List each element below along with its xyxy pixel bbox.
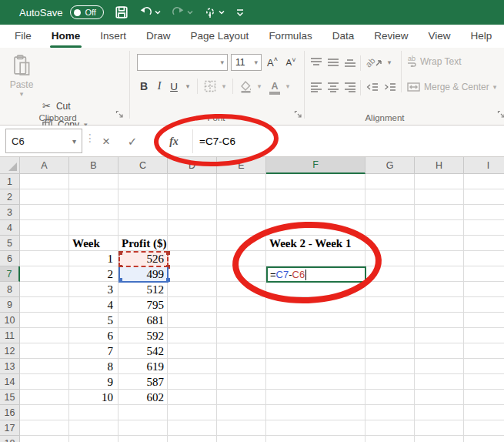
row-header-1[interactable]: 1 (0, 174, 20, 189)
insert-function-button[interactable]: fx (163, 126, 185, 157)
tab-draw[interactable]: Draw (136, 25, 181, 48)
tab-review[interactable]: Review (364, 25, 418, 48)
clipboard-dialog-launcher[interactable] (115, 109, 124, 121)
cell-B11-week[interactable]: 6 (69, 328, 117, 343)
italic-button[interactable]: I (153, 77, 165, 95)
font-dialog-launcher[interactable] (294, 109, 302, 121)
cell-B10-week[interactable]: 5 (69, 313, 117, 328)
cell-C5-profit-header[interactable]: Profit ($) (118, 236, 175, 251)
cancel-button[interactable]: × (95, 126, 117, 157)
row-header-9[interactable]: 9 (0, 297, 20, 313)
cell-B13-week[interactable]: 8 (69, 359, 117, 374)
formula-bar-splitter-icon[interactable]: ⋮ (85, 132, 95, 144)
cell-C9-profit[interactable]: 795 (118, 297, 168, 313)
tab-insert[interactable]: Insert (90, 25, 136, 48)
cell-B12-week[interactable]: 7 (69, 343, 117, 359)
cell-B8-week[interactable]: 3 (69, 282, 117, 297)
font-name-combobox[interactable]: ▾ (137, 54, 228, 71)
tab-home[interactable]: Home (42, 25, 91, 48)
cell-B14-week[interactable]: 9 (69, 374, 117, 390)
align-center-button[interactable] (325, 79, 341, 95)
row-header-4[interactable]: 4 (0, 220, 20, 236)
font-size-dropdown-icon[interactable]: ▾ (254, 59, 258, 66)
row-header-8[interactable]: 8 (0, 282, 20, 297)
align-right-button[interactable] (342, 79, 358, 95)
undo-dropdown-icon[interactable] (155, 10, 161, 15)
cell-C8-profit[interactable]: 512 (118, 282, 168, 297)
font-color-dropdown-icon[interactable]: ▾ (283, 77, 292, 95)
cell-C6-profit[interactable]: 526 (118, 251, 168, 266)
tab-help[interactable]: Help (460, 25, 502, 48)
name-box-dropdown-icon[interactable]: ▾ (72, 137, 76, 146)
cell-B9-week[interactable]: 4 (69, 297, 117, 313)
align-middle-button[interactable] (325, 54, 341, 71)
fill-color-dropdown-icon[interactable]: ▾ (255, 77, 264, 95)
alignment-dialog-launcher[interactable] (497, 109, 504, 121)
underline-dropdown-icon[interactable]: ▾ (183, 77, 192, 95)
tab-view[interactable]: View (418, 25, 460, 48)
cut-item[interactable]: ✂ Cut (42, 100, 71, 112)
tab-formulas[interactable]: Formulas (259, 25, 322, 48)
row-header-3[interactable]: 3 (0, 205, 20, 220)
underline-button[interactable]: U (168, 77, 180, 95)
customize-quick-access-button[interactable] (235, 8, 245, 17)
row-header-13[interactable]: 13 (0, 359, 20, 374)
autosave-toggle[interactable]: Off (70, 5, 103, 19)
font-size-combobox[interactable]: 11 ▾ (231, 54, 262, 71)
orientation-dropdown-icon[interactable]: ▾ (385, 54, 394, 71)
decrease-font-size-button[interactable]: A ˅ (283, 54, 299, 71)
borders-dropdown-icon[interactable]: ▾ (219, 77, 229, 95)
touch-mode-button[interactable] (204, 6, 225, 19)
row-header-6[interactable]: 6 (0, 251, 20, 266)
align-left-button[interactable] (309, 79, 324, 95)
fill-color-button[interactable] (237, 77, 254, 95)
row-header-15[interactable]: 15 (0, 390, 20, 405)
row-header-2[interactable]: 2 (0, 189, 20, 205)
column-header-G[interactable]: G (365, 157, 415, 174)
column-header-B[interactable]: B (69, 157, 118, 174)
cell-C13-profit[interactable]: 619 (118, 359, 168, 374)
row-header-16[interactable]: 16 (0, 405, 20, 420)
tab-file[interactable]: File (5, 25, 42, 48)
cell-C12-profit[interactable]: 542 (118, 343, 168, 359)
tab-data[interactable]: Data (322, 25, 365, 48)
row-header-14[interactable]: 14 (0, 374, 20, 390)
row-header-17[interactable]: 17 (0, 420, 20, 436)
cell-C14-profit[interactable]: 587 (118, 374, 168, 390)
orientation-button[interactable]: ab (365, 54, 383, 71)
row-header-7[interactable]: 7 (0, 266, 20, 282)
row-header-5[interactable]: 5 (0, 236, 20, 251)
increase-indent-button[interactable] (382, 79, 398, 95)
fill-handle[interactable] (364, 280, 368, 284)
cell-C15-profit[interactable]: 602 (118, 390, 168, 405)
tab-page-layout[interactable]: Page Layout (181, 25, 259, 48)
column-header-H[interactable]: H (415, 157, 464, 174)
cell-C11-profit[interactable]: 592 (118, 328, 168, 343)
cell-B15-week[interactable]: 10 (69, 390, 117, 405)
align-top-button[interactable] (309, 54, 324, 71)
row-header-12[interactable]: 12 (0, 343, 20, 359)
column-header-C[interactable]: C (118, 157, 168, 174)
column-header-I[interactable]: I (464, 157, 504, 174)
undo-button[interactable] (139, 6, 161, 18)
cell-B6-week[interactable]: 1 (69, 251, 117, 266)
select-all-button[interactable] (0, 157, 20, 174)
borders-button[interactable] (202, 77, 219, 95)
column-header-D[interactable]: D (168, 157, 217, 174)
font-color-button[interactable]: A (267, 77, 282, 95)
align-bottom-button[interactable] (342, 54, 358, 71)
cell-B7-week[interactable]: 2 (69, 266, 117, 282)
edit-cell-F7[interactable]: =C7-C6 (266, 266, 366, 283)
name-box[interactable]: C6 ▾ (5, 129, 82, 153)
column-header-A[interactable]: A (20, 157, 69, 174)
row-header-10[interactable]: 10 (0, 313, 20, 328)
column-header-F[interactable]: F (266, 157, 365, 174)
enter-button[interactable]: ✓ (122, 126, 143, 157)
increase-font-size-button[interactable]: A ˄ (265, 54, 280, 71)
row-header-18[interactable]: 18 (0, 436, 20, 442)
decrease-indent-button[interactable] (365, 79, 380, 95)
cell-F5-label[interactable]: Week 2 - Week 1 (266, 236, 365, 251)
font-name-dropdown-icon[interactable]: ▾ (220, 59, 224, 66)
column-header-E[interactable]: E (217, 157, 266, 174)
save-button[interactable] (115, 5, 129, 19)
